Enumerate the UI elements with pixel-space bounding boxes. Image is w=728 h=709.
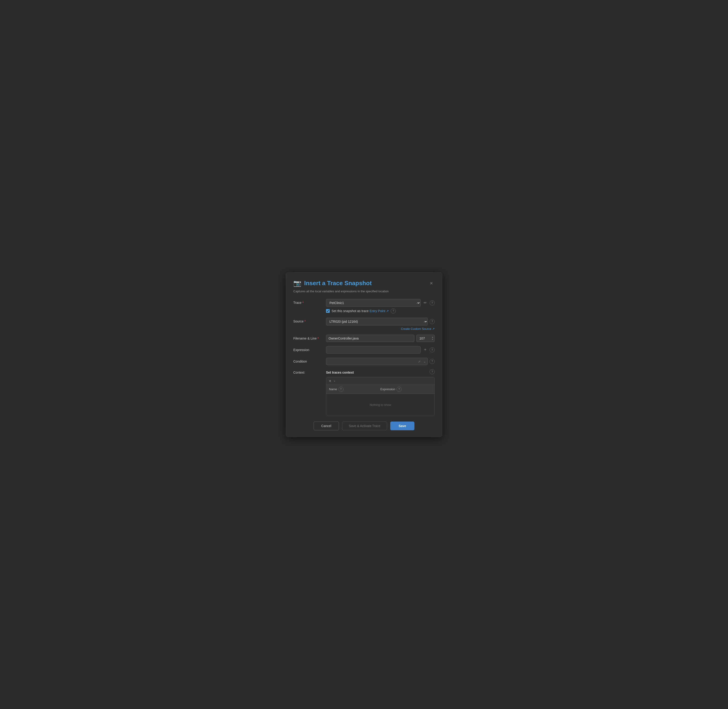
context-table: + - Name ? Expression ? Nothing to show [326,377,435,416]
context-toolbar: + - [326,377,434,385]
context-remove-button[interactable]: - [334,379,335,383]
create-custom-source-link[interactable]: Create Custom Source ↗ [326,327,435,331]
condition-content: ⤢ ⌄ ? [326,358,435,365]
condition-expand-button[interactable]: ⤢ [417,359,422,363]
context-expression-help-button[interactable]: ? [396,387,402,392]
source-select[interactable]: LTR020 (pid 12164) [326,318,428,325]
line-number-wrapper: ▲ ▼ [416,335,435,342]
line-number-up-button[interactable]: ▲ [431,336,434,338]
condition-row: Condition ⤢ ⌄ ? [293,358,435,365]
cancel-button[interactable]: Cancel [314,422,339,430]
source-row: Source * LTR020 (pid 12164) ⌄ ? Create C… [293,318,435,331]
condition-dropdown-button[interactable]: ⌄ [422,359,427,363]
dialog-header: 📷 Insert a Trace Snapshot × [293,279,435,287]
entry-point-checkbox[interactable] [326,309,330,313]
context-row: Context Set traces context ? + - Name ? … [293,369,435,416]
snapshot-entry-point-row: Set this snapshot as trace Entry Point ↗… [326,308,435,314]
context-name-help-button[interactable]: ? [338,387,344,392]
condition-label: Condition [293,358,323,363]
context-empty-message: Nothing to show [326,394,434,416]
expression-input-row: + ? [326,346,435,354]
trace-edit-button[interactable]: ✏ [422,299,428,306]
context-right: Set traces context ? + - Name ? Expressi… [326,369,435,416]
filename-required: * [317,337,319,340]
source-content: LTR020 (pid 12164) ⌄ ? Create Custom Sou… [326,318,435,331]
context-set-label: Set traces context [326,369,354,374]
camera-icon: 📷 [293,279,301,287]
expression-label: Expression [293,346,323,352]
entry-point-link[interactable]: Entry Point ↗ [370,309,389,313]
trace-input-row: PetClinic1 ⌄ ✏ ? [326,299,435,307]
context-table-header: Name ? Expression ? [326,385,434,394]
expression-help-button[interactable]: ? [430,347,435,352]
save-activate-button[interactable]: Save & Activate Trace [342,422,387,430]
trace-row: Trace * PetClinic1 ⌄ ✏ ? Set this snapsh… [293,299,435,314]
trace-select[interactable]: PetClinic1 [326,299,421,307]
expression-input[interactable] [326,346,421,354]
filename-row: Filename & Line * ▲ ▼ [293,335,435,342]
filename-content: ▲ ▼ [326,335,435,342]
dialog-footer: Cancel Save & Activate Trace Save [293,422,435,430]
entry-point-help-button[interactable]: ? [391,308,396,314]
expression-add-button[interactable]: + [422,347,428,353]
insert-trace-dialog: 📷 Insert a Trace Snapshot × Captures all… [286,272,442,437]
dialog-title: Insert a Trace Snapshot [304,280,371,287]
condition-input-row: ⤢ ⌄ ? [326,358,435,365]
condition-help-button[interactable]: ? [430,359,435,364]
line-number-spinner: ▲ ▼ [431,336,434,341]
dialog-subtitle: Captures all the local variables and exp… [293,290,435,293]
context-expression-header: Expression ? [380,387,432,392]
source-label: Source * [293,318,323,323]
close-button[interactable]: × [428,279,435,287]
condition-input[interactable] [326,358,428,365]
trace-select-wrapper: PetClinic1 ⌄ [326,299,421,307]
condition-icons: ⤢ ⌄ [417,359,427,363]
header-left: 📷 Insert a Trace Snapshot [293,279,371,287]
filename-input[interactable] [326,335,414,342]
snapshot-checkbox-label: Set this snapshot as trace Entry Point ↗ [332,309,389,313]
source-required: * [304,319,306,323]
context-name-header: Name ? [329,387,380,392]
source-input-row: LTR020 (pid 12164) ⌄ ? [326,318,435,325]
condition-input-wrapper: ⤢ ⌄ [326,358,428,365]
context-add-button[interactable]: + [329,379,331,383]
source-select-wrapper: LTR020 (pid 12164) ⌄ [326,318,428,325]
context-help-button[interactable]: ? [430,369,435,374]
filename-label: Filename & Line * [293,335,323,340]
expression-content: + ? [326,346,435,354]
trace-help-button[interactable]: ? [430,301,435,305]
trace-label: Trace * [293,299,323,305]
filename-input-row: ▲ ▼ [326,335,435,342]
line-number-down-button[interactable]: ▼ [431,338,434,341]
trace-required: * [302,301,303,305]
source-help-button[interactable]: ? [430,319,435,324]
context-top-row: Set traces context ? [326,369,435,374]
context-label: Context [293,369,323,374]
expression-row: Expression + ? [293,346,435,354]
trace-content: PetClinic1 ⌄ ✏ ? Set this snapshot as tr… [326,299,435,314]
save-button[interactable]: Save [390,422,414,430]
